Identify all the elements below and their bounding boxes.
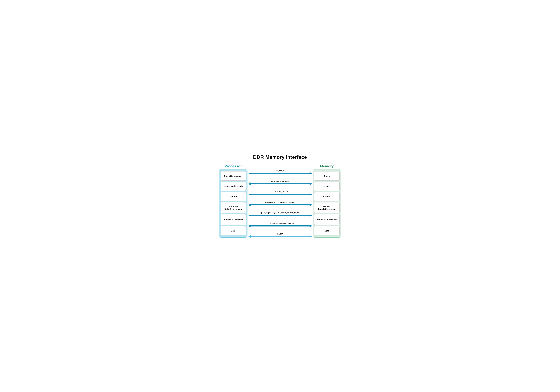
top-labels: Processor Memory: [219, 164, 341, 168]
processor-panel: Clock (Differential) Strobe (Differentia…: [219, 169, 248, 238]
processor-clock-block: Clock (Differential): [220, 171, 246, 181]
data-arrow-line: [249, 225, 311, 226]
memory-panel: Clock Strobe Control Data Mask/Data Bit …: [313, 169, 341, 238]
alert-arrow-line: [249, 236, 311, 237]
body-row: Clock (Differential) Strobe (Differentia…: [219, 169, 341, 238]
memory-dbi-block: Data Mask/Data Bit Inversion: [314, 202, 340, 213]
memory-control-block: Control: [314, 192, 340, 201]
center-arrows: CK_P, CK_N DQS0, DQS1, DQS2, DQS3: [248, 169, 313, 238]
control-arrow-group: CS, C0, C1, C2, ODT, CKE: [249, 191, 311, 195]
control-signal-label: CS, C0, C1, C2, ODT, CKE: [271, 191, 289, 193]
memory-data-block: Data: [314, 226, 340, 235]
memory-clock-block: Clock: [314, 171, 340, 181]
addr-arrow-line: [249, 215, 311, 216]
main-title: DDR Memory Interface: [219, 154, 341, 160]
control-arrow-line: [249, 194, 311, 195]
memory-strobe-block: Strobe: [314, 182, 340, 191]
processor-label: Processor: [219, 164, 248, 168]
processor-dbi-block: Data Mask/Data Bit Inversion: [220, 202, 246, 213]
dbi-signal-label: DM0/DBI0, DM1/DBI1, DM2/DBI2, DM3/DBI3,: [265, 201, 295, 203]
clock-signal-label: CK_P, CK_N: [276, 170, 284, 172]
strobe-arrow-group: DQS0, DQS1, DQS2, DQS3: [249, 180, 311, 185]
memory-addr-block: Address & Command: [314, 214, 340, 225]
alert-arrow-group: /ALERT: [249, 233, 311, 238]
addr-signal-label: A[17:0], BA[2:0]/BG[:0],/ACT,BC,CAS,RAS,…: [260, 212, 300, 214]
strobe-signal-label: DQS0, DQS1, DQS2, DQS3: [270, 180, 289, 182]
strobe-arrow-line: [249, 183, 311, 184]
processor-control-block: Control: [220, 192, 246, 201]
memory-label: Memory: [313, 164, 341, 168]
clock-arrow-group: CK_P, CK_N: [249, 169, 311, 174]
processor-data-block: Data: [220, 226, 246, 235]
clock-arrow-line: [249, 173, 311, 174]
data-arrow-group: DQ[7:0], DQ[15:8], DQ[16:23], DQ[31:24]: [249, 222, 311, 227]
addr-arrow-group: A[17:0], BA[2:0]/BG[:0],/ACT,BC,CAS,RAS,…: [249, 212, 311, 216]
data-signal-label: DQ[7:0], DQ[15:8], DQ[16:23], DQ[31:24]: [266, 222, 294, 224]
full-layout: Processor Memory Clock (Differential) St…: [219, 164, 341, 238]
diagram-container: DDR Memory Interface Processor Memory Cl…: [219, 154, 341, 238]
processor-addr-block: Address & Command: [220, 214, 246, 225]
alert-signal-label: /ALERT: [277, 233, 283, 235]
dbi-arrow-line: [249, 204, 311, 206]
processor-strobe-block: Strobe (Differential): [220, 182, 246, 191]
dbi-arrow-group: DM0/DBI0, DM1/DBI1, DM2/DBI2, DM3/DBI3,: [249, 201, 311, 206]
